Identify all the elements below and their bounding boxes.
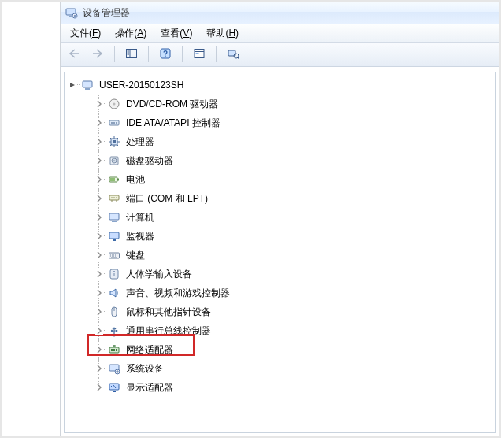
hid-icon [107,267,121,281]
tree-item-keyboard[interactable]: 键盘 [93,246,495,265]
svg-point-21 [111,122,113,124]
back-icon [68,48,80,61]
menu-action[interactable]: 操作(A) [109,26,153,41]
expand-icon[interactable] [94,232,103,241]
svg-rect-25 [113,140,116,143]
svg-point-34 [113,197,115,198]
tree-item-usb[interactable]: 通用串行总线控制器 [93,321,495,340]
expand-icon[interactable] [94,176,103,184]
svg-rect-50 [113,349,115,351]
toolbar-help[interactable]: ? [155,45,176,64]
expand-icon[interactable] [94,327,103,335]
tree-item-monitor[interactable]: 监视器 [93,227,495,246]
expand-icon[interactable] [94,213,103,222]
battery-icon [107,172,121,187]
disk-icon [107,154,121,168]
svg-point-19 [113,103,116,106]
menu-help[interactable]: 帮助(H) [200,26,245,41]
tree-item-ports[interactable]: 端口 (COM 和 LPT) [93,189,495,208]
tree-root-label: USER-20150123SH [98,80,185,91]
ide-icon [107,116,121,130]
svg-point-45 [113,335,116,337]
tree-item-label: 声音、视频和游戏控制器 [124,287,232,300]
svg-rect-39 [113,239,116,241]
computer-icon [107,210,121,224]
tree-item-hid[interactable]: 人体学输入设备 [93,265,495,284]
toolbar-forward[interactable] [87,45,108,64]
toolbar-scan-hardware[interactable] [223,45,243,64]
cpu-icon [107,135,121,149]
tree-item-computer[interactable]: 计算机 [93,208,495,227]
properties-icon [193,48,206,61]
tree-item-ide[interactable]: IDE ATA/ATAPI 控制器 [93,113,495,132]
expand-icon[interactable] [94,365,103,373]
tree-item-label: 显示适配器 [124,381,175,395]
tree-item-label: 监视器 [124,230,156,243]
title-bar: 设备管理器 [61,2,499,24]
svg-rect-17 [85,88,90,90]
menu-view[interactable]: 查看(V) [154,26,198,41]
svg-text:?: ? [163,50,168,58]
toolbar-separator [114,46,115,62]
toolbar-separator [216,46,217,62]
tree-item-label: IDE ATA/ATAPI 控制器 [124,117,222,130]
tree-item-label: 鼠标和其他指针设备 [124,306,213,319]
tree-item-dvd[interactable]: DVD/CD-ROM 驱动器 [93,94,495,113]
collapse-icon[interactable] [68,81,76,90]
svg-point-28 [113,160,115,161]
tree-item-label: 处理器 [124,135,156,149]
tree-item-system[interactable]: 系统设备 [93,359,495,378]
tree-item-label: 电池 [124,173,146,187]
system-icon [107,361,121,376]
mouse-icon [107,305,121,319]
svg-point-22 [113,122,115,124]
tree-item-mouse[interactable]: 鼠标和其他指针设备 [93,302,495,321]
svg-point-33 [111,197,113,198]
toolbar-properties[interactable] [189,45,209,64]
expand-icon[interactable] [94,100,103,109]
tree-item-label: DVD/CD-ROM 驱动器 [124,98,220,111]
expand-icon[interactable] [94,384,103,392]
tree-item-label: 计算机 [124,211,156,224]
expand-icon[interactable] [94,346,103,354]
expand-icon[interactable] [94,270,103,279]
tree-item-label: 键盘 [124,249,146,262]
sound-icon [107,286,121,300]
tree-item-network[interactable]: 网络适配器 [93,340,495,359]
expand-icon[interactable] [94,289,103,298]
svg-point-23 [116,122,117,124]
tree-item-disk[interactable]: 磁盘驱动器 [93,151,495,170]
menu-file[interactable]: 文件(F) [64,26,107,41]
tree-item-label: 系统设备 [124,362,165,376]
expand-icon[interactable] [94,138,103,146]
forward-icon [91,48,104,61]
expand-icon[interactable] [94,251,103,260]
toolbar: ? [61,43,499,67]
monitor-icon [107,229,121,243]
toolbar-separator [182,46,183,62]
tree-panel[interactable]: USER-20150123SH DVD/CD-ROM 驱动器IDE ATA/AT… [64,72,496,433]
tree-item-battery[interactable]: 电池 [93,170,495,189]
tree-pane-icon [125,48,138,61]
tree-root[interactable]: USER-20150123SH DVD/CD-ROM 驱动器IDE ATA/AT… [66,76,495,397]
toolbar-separator [148,46,149,62]
scan-hardware-icon [227,47,239,62]
toolbar-back[interactable] [64,45,84,64]
tree-item-label: 人体学输入设备 [124,268,194,281]
svg-rect-3 [127,49,137,57]
expand-icon[interactable] [94,157,103,165]
computer-root-icon [80,78,94,92]
expand-icon[interactable] [94,308,103,317]
tree-item-cpu[interactable]: 处理器 [93,132,495,151]
toolbar-show-hide-tree[interactable] [121,45,142,64]
tree-item-display[interactable]: 显示适配器 [93,378,495,397]
svg-rect-37 [112,220,117,222]
display-icon [107,380,121,395]
expand-icon[interactable] [94,119,103,128]
device-tree: USER-20150123SH DVD/CD-ROM 驱动器IDE ATA/AT… [66,76,495,397]
expand-icon[interactable] [94,195,103,203]
tree-item-sound[interactable]: 声音、视频和游戏控制器 [93,284,495,302]
device-manager-icon [65,6,78,19]
svg-rect-30 [117,179,119,181]
svg-rect-16 [83,81,92,87]
